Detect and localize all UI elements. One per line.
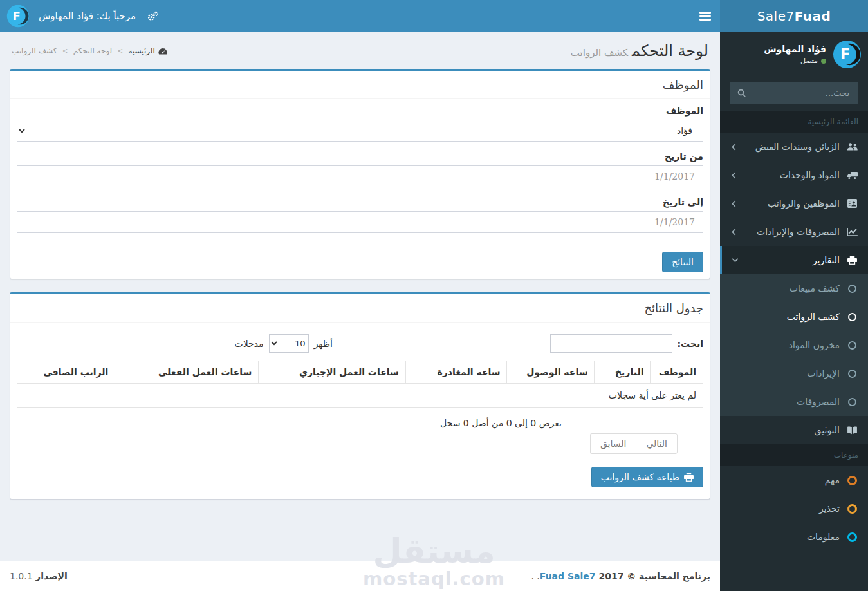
sidebar-item-label: التقارير	[744, 255, 840, 265]
content-header: لوحة التحكمكشف الرواتب الرئيسية > لوحة ا…	[10, 42, 710, 69]
breadcrumb-item-current: كشف الرواتب	[12, 46, 57, 55]
navbar-logo[interactable]: F	[6, 5, 30, 28]
next-page-button[interactable]: التالي	[636, 433, 678, 454]
results-box-title: جدول النتائج	[10, 294, 710, 323]
circle-o-icon	[845, 398, 858, 406]
to-date-label: إلى تاريخ	[17, 197, 703, 207]
pagination: التالي السابق	[590, 433, 678, 454]
from-date-label: من تاريخ	[17, 151, 703, 162]
employee-label: الموظف	[17, 106, 703, 116]
reports-submenu: كشف مبيعات كشف الرواتب مخزون المواد الإي…	[720, 274, 868, 416]
circle-info-icon	[845, 532, 858, 542]
search-icon[interactable]	[737, 89, 746, 97]
breadcrumb: الرئيسية > لوحة التحكم > كشف الرواتب	[12, 46, 167, 55]
from-date-input[interactable]	[17, 165, 703, 187]
top-navbar: مرحباً بك: فؤاد المهاوش F	[0, 0, 720, 32]
col-arrival-time: ساعة الوصول	[507, 361, 595, 384]
col-actual-hours: ساعات العمل الفعلي	[115, 361, 259, 384]
submenu-item-sales-report[interactable]: كشف مبيعات	[720, 274, 868, 303]
previous-page-button[interactable]: السابق	[590, 433, 636, 454]
id-card-icon	[845, 199, 858, 208]
chevron-left-icon	[732, 200, 736, 207]
sidebar-search-input[interactable]	[750, 88, 851, 98]
brand-bold: Fuad	[795, 8, 831, 24]
table-length-control: أظهر 10 مدخلات	[235, 334, 333, 353]
brand-logo[interactable]: FuadSale7	[720, 0, 868, 32]
page-subtitle: كشف الرواتب	[571, 47, 628, 59]
results-box: جدول النتائج ابحث: أظهر 10 مدخلات	[10, 292, 710, 500]
sidebar-item-important[interactable]: مهم	[720, 466, 868, 494]
printer-icon	[845, 256, 858, 265]
welcome-user-link[interactable]: مرحباً بك: فؤاد المهاوش	[35, 10, 140, 22]
sidebar-item-label: الموظفين والرواتب	[742, 198, 840, 209]
col-required-hours: ساعات العمل الإجباري	[259, 361, 405, 384]
breadcrumb-separator: >	[118, 46, 122, 55]
breadcrumb-separator: >	[63, 46, 68, 55]
book-icon	[845, 426, 858, 435]
filter-box-title: الموظف	[10, 71, 710, 99]
avatar: F	[833, 40, 862, 69]
table-search-label: ابحث:	[677, 339, 703, 349]
dashboard-icon	[158, 48, 167, 55]
print-salary-report-button[interactable]: طباعة كشف الرواتب	[591, 467, 703, 487]
misc-menu: مهم تحذير معلومات	[720, 466, 868, 551]
chevron-left-icon	[732, 229, 736, 236]
submenu-item-revenues[interactable]: الإيرادات	[720, 359, 868, 388]
col-date: التاريخ	[595, 361, 651, 384]
sidebar-item-warning[interactable]: تحذير	[720, 494, 868, 523]
app: FuadSale7 F فؤاد المهاوش متصل	[0, 0, 868, 591]
sidebar-item-label: المواد والوحدات	[742, 170, 840, 180]
brand-rest: Sale7	[757, 8, 795, 24]
col-net-salary: الراتب الصافي	[17, 361, 115, 384]
page-length-select[interactable]: 10	[269, 334, 309, 353]
printer-icon	[684, 473, 694, 482]
footer: برنامج المحاسبة © 2017 Fuad Sale7. . الإ…	[0, 561, 720, 591]
sidebar-item-reports[interactable]: التقارير	[720, 246, 868, 274]
line-chart-icon	[845, 228, 858, 236]
user-panel: F فؤاد المهاوش متصل	[720, 32, 868, 74]
sidebar-item-label: الزبائن وسندات القبض	[742, 142, 840, 152]
chevron-down-icon	[732, 258, 739, 263]
circle-o-icon	[845, 370, 858, 378]
sidebar: FuadSale7 F فؤاد المهاوش متصل	[720, 0, 868, 591]
brand-footer-link[interactable]: Fuad Sale7	[540, 571, 596, 581]
submenu-item-salary-report[interactable]: كشف الرواتب	[720, 303, 868, 331]
main-column: مرحباً بك: فؤاد المهاوش F لوحة التحكمكشف…	[0, 0, 720, 591]
content-wrapper: لوحة التحكمكشف الرواتب الرئيسية > لوحة ا…	[0, 32, 720, 561]
results-table: الموظف التاريخ ساعة الوصول ساعة المغادرة…	[17, 361, 703, 408]
employee-select[interactable]: فؤاد	[17, 120, 703, 142]
sidebar-item-expenses[interactable]: المصروفات والإيرادات	[720, 218, 868, 246]
settings-cogs-icon[interactable]	[140, 11, 166, 21]
copyright-text: برنامج المحاسبة © 2017 Fuad Sale7. .	[531, 571, 710, 581]
svg-text:F: F	[13, 9, 21, 23]
sidebar-item-docs[interactable]: التوثيق	[720, 416, 868, 444]
submenu-item-expenses-report[interactable]: المصروفات	[720, 388, 868, 416]
menu-section-main: القائمة الرئيسية	[720, 111, 868, 133]
svg-text:F: F	[840, 46, 850, 62]
results-submit-button[interactable]: النتائج	[662, 252, 703, 272]
table-search-control: ابحث:	[550, 334, 703, 353]
sidebar-item-information[interactable]: معلومات	[720, 523, 868, 551]
users-icon	[845, 142, 858, 151]
submenu-item-stock-report[interactable]: مخزون المواد	[720, 331, 868, 359]
sidebar-item-customers[interactable]: الزبائن وسندات القبض	[720, 133, 868, 161]
breadcrumb-item[interactable]: لوحة التحكم	[73, 46, 113, 55]
sidebar-item-materials[interactable]: المواد والوحدات	[720, 161, 868, 189]
circle-o-icon	[845, 341, 858, 350]
sidebar-toggle-button[interactable]	[690, 0, 720, 32]
employee-filter-box: الموظف الموظف فؤاد من تاريخ إلى تاريخ	[10, 69, 710, 279]
chevron-left-icon	[732, 172, 736, 179]
to-date-input[interactable]	[17, 211, 703, 233]
breadcrumb-home-link[interactable]: الرئيسية	[129, 46, 167, 55]
table-row: لم يعثر على أية سجلات	[17, 384, 703, 408]
page-title: لوحة التحكمكشف الرواتب	[571, 42, 708, 60]
circle-important-icon	[845, 476, 858, 485]
circle-o-icon	[845, 285, 858, 293]
table-search-input[interactable]	[550, 334, 672, 353]
circle-o-icon	[845, 313, 858, 321]
sidebar-item-label: المصروفات والإيرادات	[742, 227, 840, 237]
col-employee: الموظف	[651, 361, 703, 384]
circle-warning-icon	[845, 504, 858, 514]
col-departure-time: ساعة المغادرة	[405, 361, 507, 384]
sidebar-item-employees[interactable]: الموظفين والرواتب	[720, 189, 868, 218]
